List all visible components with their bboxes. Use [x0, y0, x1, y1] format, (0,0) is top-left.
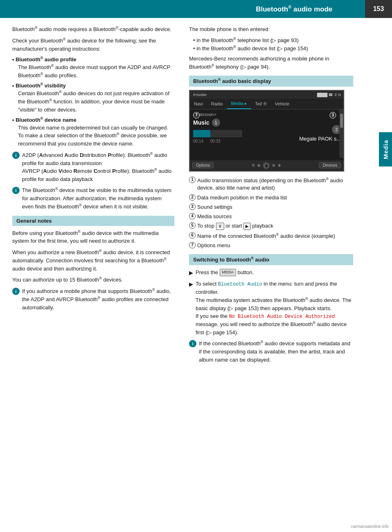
right-bullets: • in the Bluetooth® telephone list (▷ pa…: [193, 37, 353, 52]
arrow-2: ▶: [189, 280, 193, 288]
display-num4: ④: [278, 163, 281, 168]
info-box-a2dp: i A2DP (Advanced Audio Distribution Prof…: [12, 151, 174, 183]
right-bullet-1: • in the Bluetooth® telephone list (▷ pa…: [193, 37, 353, 43]
info-box-metadata: i If the connected Bluetooth® audio devi…: [189, 340, 353, 364]
bullet-label-3: Bluetooth® device name: [12, 116, 174, 123]
annotation-6: 6 Name of the connected Bluetooth® audio…: [189, 232, 353, 240]
anno-text-5: To stop ⏸ or start ▶ playback: [197, 222, 273, 230]
nav-radio: Radio: [207, 99, 227, 109]
nav-vehicle: Vehicle: [271, 99, 293, 109]
bullet-desc-1: The Bluetooth® audio device must support…: [18, 63, 174, 80]
display-unknown: <unknown>: [193, 112, 256, 117]
info-box-mobile: i If you authorize a mobile phone that s…: [12, 287, 174, 311]
display-num6: ⑥: [257, 163, 261, 168]
stop-btn-icon: ⏸: [216, 223, 224, 230]
page-number: 153: [365, 0, 392, 18]
overlay-num7: 7: [193, 112, 200, 118]
annotation-2: 2 Data medium position in the media list: [189, 194, 353, 201]
switch-step-2: ▶ To select Bluetooth Audio in the menu:…: [189, 280, 353, 336]
info-icon-1: i: [12, 152, 20, 159]
bullet-visibility: Bluetooth® visibility Certain Bluetooth®…: [12, 82, 174, 114]
display-progress-bar: [193, 130, 242, 137]
nav-tel: Tel/ ®: [251, 99, 271, 109]
bullet-audio-profile: Bluetooth® audio profile The Bluetooth® …: [12, 56, 174, 80]
anno-text-3: Sound settings: [197, 203, 232, 211]
display-scrollbar: [339, 110, 343, 158]
annotation-3: 3 Sound settings: [189, 203, 353, 211]
display-bottom-nums: ⑦ ⑥ 📱 ⑤ ④: [252, 162, 281, 169]
bullet-desc-3: This device name is predetermined but ca…: [18, 124, 174, 148]
info-text-metadata: If the connected Bluetooth® audio device…: [199, 340, 353, 364]
side-tab-media: Media: [379, 132, 392, 167]
bluetooth-audio-mono: Bluetooth Audio: [218, 282, 262, 287]
page-header: Bluetooth® audio mode 153: [0, 0, 392, 18]
anno-text-4: Media sources: [197, 213, 232, 220]
right-recommend: Mercedes-Benz recommends authorizing a m…: [189, 55, 353, 71]
arrow-1: ▶: [189, 269, 193, 277]
start-btn-icon: ▶: [243, 223, 251, 230]
display-bottom: Options ⑦ ⑥ 📱 ⑤ ④ Devices: [190, 160, 343, 171]
anno-num-6: 6: [189, 232, 196, 239]
anno-num-1: 1: [189, 177, 196, 183]
switch-text-1: Press the MEDIA button.: [196, 268, 254, 277]
anno-num-7: 7: [189, 242, 196, 248]
anno-text-2: Data medium position in the media list: [197, 194, 287, 201]
anno-text-1: Audio transmission status (depending on …: [197, 177, 353, 192]
display-time: 00:14 00:33: [193, 139, 256, 143]
display-num7: ⑦: [252, 163, 255, 168]
bullet-list: Bluetooth® audio profile The Bluetooth® …: [12, 56, 174, 148]
display-music-label: Music: [193, 119, 209, 126]
bullet-label-1: Bluetooth® audio profile: [12, 56, 174, 63]
display-num5: ⑤: [272, 163, 275, 168]
left-column: Bluetooth® audio mode requires a Bluetoo…: [0, 25, 182, 367]
annotation-1: 1 Audio transmission status (depending o…: [189, 177, 353, 192]
bullet-desc-2: Certain Bluetooth® audio devices do not …: [18, 89, 174, 114]
intro-para2: Check your Bluetooth® audio device for t…: [12, 37, 174, 53]
watermark: carmanualonline.info: [351, 524, 389, 529]
display-left-panel: <unknown> Music 1 00:14 00:33: [190, 110, 259, 158]
switch-text-2: To select Bluetooth Audio in the menu: t…: [196, 280, 353, 336]
nav-media: Media ▸: [227, 99, 251, 109]
anno-num-5: 5: [189, 222, 196, 229]
switching-header: Switching to Bluetooth® audio: [189, 254, 353, 265]
anno-text-6: Name of the connected Bluetooth® audio d…: [197, 232, 335, 240]
bluetooth-display: Provider ████ ☎ ① N Navi Radio Media ▸ T…: [189, 90, 344, 172]
right-intro: The mobile phone is then entered:: [189, 25, 353, 34]
bullet-device-name: Bluetooth® device name This device name …: [12, 116, 174, 148]
media-button: MEDIA: [220, 269, 236, 276]
general-note-2: When you authorize a new Bluetooth® audi…: [12, 248, 174, 273]
info-box-visible: i The Bluetooth® device must be visible …: [12, 186, 174, 210]
annotation-5: 5 To stop ⏸ or start ▶ playback: [189, 222, 353, 230]
anno-num-2: 2: [189, 194, 196, 201]
display-topbar: Provider ████ ☎ ① N: [190, 91, 343, 99]
general-note-1: Before using your Bluetooth® audio devic…: [12, 229, 174, 245]
bullet-label-2: Bluetooth® visibility: [12, 82, 174, 89]
info-icon-4: i: [189, 340, 196, 347]
basic-display-header: Bluetooth® audio basic display: [189, 76, 353, 86]
info-icon-3: i: [12, 288, 20, 295]
annotation-7: 7 Options menu: [189, 242, 353, 249]
display-paok: Megale PAOK s...: [299, 136, 341, 142]
right-column: The mobile phone is then entered: • in t…: [182, 25, 374, 367]
annotation-list: 1 Audio transmission status (depending o…: [189, 177, 353, 250]
general-notes-header: General notes: [12, 216, 174, 226]
info-text-mobile: If you authorize a mobile phone that sup…: [22, 287, 174, 311]
nav-navi: Navi: [190, 99, 207, 109]
display-devices-btn: Devices: [319, 162, 341, 168]
switch-step-1: ▶ Press the MEDIA button.: [189, 268, 353, 277]
info-icon-2: i: [12, 187, 20, 194]
display-scrollbar-thumb: [340, 114, 343, 128]
info-text-visible: The Bluetooth® device must be visible to…: [22, 186, 174, 210]
display-nav: Navi Radio Media ▸ Tel/ ® Vehicle: [190, 99, 343, 110]
no-bt-error: No Bluetooth Audio Device Authorized: [229, 314, 335, 320]
display-num1: 1: [212, 118, 220, 127]
anno-num-3: 3: [189, 203, 196, 210]
anno-text-7: Options menu: [197, 242, 230, 249]
annotation-4: 4 Media sources: [189, 213, 353, 220]
display-body: <unknown> Music 1 00:14 00:33 2 Megale P…: [190, 110, 343, 158]
overlay-num3: 3: [330, 112, 336, 118]
page-title: Bluetooth® audio mode: [12, 4, 365, 13]
info-text-a2dp: A2DP (Advanced Audio Distribution Profil…: [22, 151, 174, 183]
display-mobile-icon: 📱: [263, 162, 270, 169]
general-note-3: You can authorize up to 15 Bluetooth® de…: [12, 276, 174, 284]
